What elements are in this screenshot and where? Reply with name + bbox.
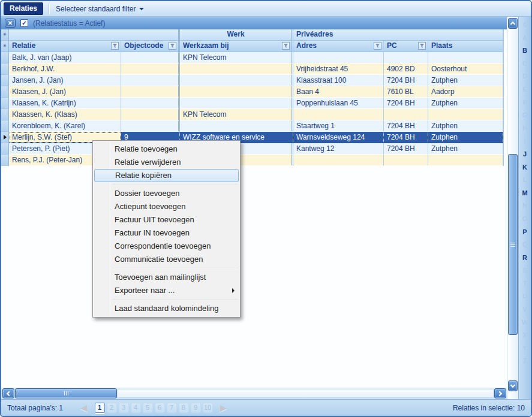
menu-item[interactable]: Communicatie toevoegen: [93, 253, 240, 266]
vertical-scrollbar[interactable]: [507, 17, 518, 399]
cell-adres[interactable]: Baan 4: [293, 86, 384, 98]
cell-pc[interactable]: 4902 BD: [384, 64, 428, 75]
page-4[interactable]: 4: [131, 403, 141, 413]
page-8[interactable]: 8: [179, 403, 189, 413]
alphabet-letter-A[interactable]: A: [519, 32, 531, 45]
alphabet-letter-T[interactable]: T: [519, 277, 531, 291]
cell-objectcode[interactable]: [121, 64, 180, 75]
alphabet-letter-C[interactable]: C: [519, 58, 531, 71]
table-row[interactable]: Jansen, J. (Jan)Klaasstraat 1007204 BHZu…: [1, 75, 503, 86]
row-indicator[interactable]: [1, 155, 9, 166]
cell-plaats[interactable]: [428, 155, 503, 166]
scroll-up-button[interactable]: [508, 18, 518, 29]
page-6[interactable]: 6: [155, 403, 165, 413]
alphabet-letter-L[interactable]: L: [519, 174, 531, 187]
row-indicator[interactable]: [1, 86, 9, 98]
cell-adres[interactable]: [293, 52, 384, 64]
cell-adres[interactable]: [293, 109, 384, 120]
alphabet-letter-Q[interactable]: Q: [519, 238, 531, 252]
cell-plaats[interactable]: Zutphen: [428, 132, 503, 143]
scroll-left-button[interactable]: [2, 388, 14, 398]
filter-icon[interactable]: [282, 42, 290, 50]
alphabet-letter-P[interactable]: P: [519, 226, 531, 239]
clear-filter-button[interactable]: ✕: [5, 19, 16, 28]
alphabet-letter-O[interactable]: O: [519, 213, 531, 226]
menu-item[interactable]: Actiepunt toevoegen: [93, 200, 240, 213]
horizontal-scrollbar[interactable]: [1, 387, 507, 399]
menu-item[interactable]: Factuur UIT toevoegen: [93, 213, 240, 226]
alphabet-letter-E[interactable]: E: [519, 83, 531, 96]
alphabet-letter-W[interactable]: W: [519, 316, 531, 330]
cell-relatie[interactable]: Klaassen, K. (Klaas): [9, 109, 121, 120]
column-header-plaats[interactable]: Plaats: [428, 41, 503, 52]
row-indicator[interactable]: [1, 143, 9, 155]
cell-werkzaam_bij[interactable]: KPN Telecom: [180, 52, 293, 64]
previous-page-arrow[interactable]: ◀: [80, 403, 88, 412]
cell-objectcode[interactable]: [121, 98, 180, 109]
page-2[interactable]: 2: [107, 403, 117, 413]
menu-item[interactable]: Relatie verwijderen: [93, 156, 240, 169]
filter-icon[interactable]: [111, 42, 119, 50]
table-row[interactable]: Rens, P.J. (Peter-Jan): [1, 155, 503, 166]
cell-objectcode[interactable]: [121, 75, 180, 86]
cell-adres[interactable]: Vrijheidstraat 45: [293, 64, 384, 75]
column-header-adres[interactable]: Adres: [293, 41, 384, 52]
table-row[interactable]: Merlijn, S.W. (Stef)9WIZZ software en se…: [1, 132, 503, 143]
cell-werkzaam_bij[interactable]: [180, 64, 293, 75]
cell-relatie[interactable]: Korenbloem, K. (Karel): [9, 120, 121, 132]
cell-adres[interactable]: Warnsveldseweg 124: [293, 132, 384, 143]
alphabet-letter-Y[interactable]: Y: [519, 342, 531, 355]
cell-relatie[interactable]: Balk, J. van (Jaap): [9, 52, 121, 64]
alphabet-letter-X[interactable]: X: [519, 329, 531, 342]
cell-adres[interactable]: Klaasstraat 100: [293, 75, 384, 86]
alphabet-letter-H[interactable]: H: [519, 122, 531, 135]
alphabet-letter-I[interactable]: I: [519, 135, 531, 148]
cell-pc[interactable]: 7204 BH: [384, 143, 428, 155]
cell-plaats[interactable]: Aadorp: [428, 86, 503, 98]
alphabet-letter-G[interactable]: G: [519, 109, 531, 122]
page-9[interactable]: 9: [191, 403, 201, 413]
row-indicator[interactable]: [1, 120, 9, 132]
cell-pc[interactable]: [384, 52, 428, 64]
menu-item[interactable]: Correspondentie toevoegen: [93, 240, 240, 253]
table-row[interactable]: Balk, J. van (Jaap)KPN Telecom: [1, 52, 503, 64]
alphabet-letter-Z[interactable]: Z: [519, 355, 531, 368]
cell-werkzaam_bij[interactable]: [180, 120, 293, 132]
alphabet-letter-B[interactable]: B: [519, 44, 531, 58]
column-header-relatie[interactable]: Relatie: [9, 41, 121, 52]
filter-enabled-checkbox[interactable]: ✓: [20, 19, 28, 27]
row-indicator[interactable]: [1, 64, 9, 75]
horizontal-scroll-thumb[interactable]: [15, 388, 117, 398]
menu-item[interactable]: Relatie kopiëren: [94, 169, 239, 182]
alphabet-letter-D[interactable]: D: [519, 70, 531, 83]
menu-item[interactable]: Exporteer naar ...: [93, 284, 240, 297]
menu-item[interactable]: Dossier toevoegen: [93, 187, 240, 200]
row-indicator[interactable]: [1, 132, 9, 143]
cell-plaats[interactable]: Zutphen: [428, 98, 503, 109]
cell-plaats[interactable]: Oosterhout: [428, 64, 503, 75]
table-row[interactable]: Berkhof, J.W.Vrijheidstraat 454902 BDOos…: [1, 64, 503, 75]
table-row[interactable]: Klaasen, K. (Katrijn)Poppenhuislaan 4572…: [1, 98, 503, 109]
cell-pc[interactable]: 7204 BH: [384, 75, 428, 86]
cell-plaats[interactable]: Zutphen: [428, 75, 503, 86]
cell-plaats[interactable]: [428, 109, 503, 120]
row-indicator[interactable]: [1, 109, 9, 120]
horizontal-scroll-track[interactable]: [117, 389, 494, 398]
row-indicator[interactable]: [1, 52, 9, 64]
row-indicator[interactable]: [1, 98, 9, 109]
menu-item[interactable]: Toevoegen aan mailinglijst: [93, 271, 240, 284]
tab-relaties[interactable]: Relaties: [4, 2, 43, 15]
page-3[interactable]: 3: [119, 403, 129, 413]
page-7[interactable]: 7: [167, 403, 177, 413]
alphabet-letter-S[interactable]: S: [519, 264, 531, 277]
cell-pc[interactable]: 7204 BH: [384, 132, 428, 143]
alphabet-letter-F[interactable]: F: [519, 96, 531, 110]
cell-relatie[interactable]: Klaasen, J. (Jan): [9, 86, 121, 98]
cell-relatie[interactable]: Berkhof, J.W.: [9, 64, 121, 75]
menu-item[interactable]: Factuur IN toevoegen: [93, 226, 240, 240]
cell-werkzaam_bij[interactable]: [180, 86, 293, 98]
cell-objectcode[interactable]: [121, 86, 180, 98]
next-page-arrow[interactable]: ▶: [220, 403, 227, 412]
cell-objectcode[interactable]: [121, 120, 180, 132]
cell-pc[interactable]: [384, 155, 428, 166]
